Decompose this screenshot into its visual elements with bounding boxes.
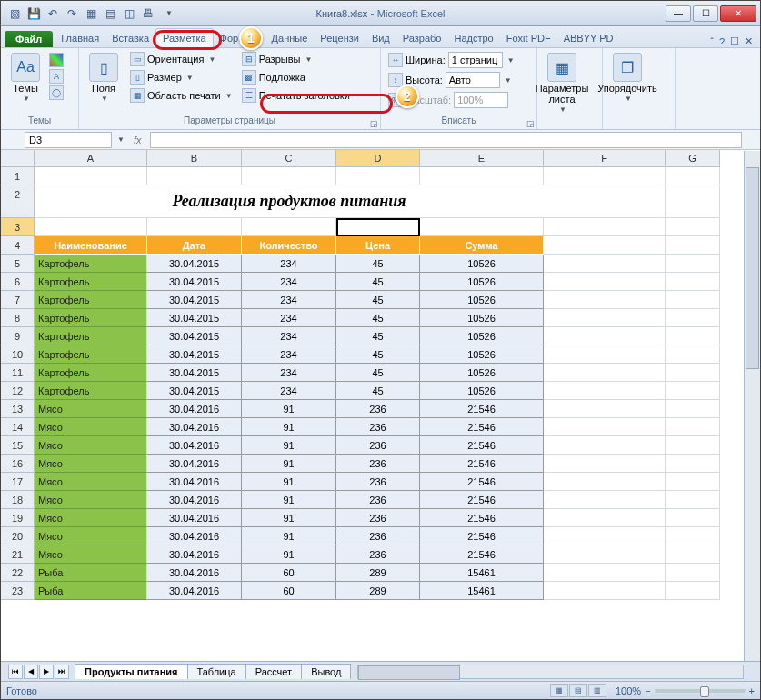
cell[interactable]: 30.04.2015: [147, 327, 242, 345]
cell[interactable]: 236: [336, 527, 420, 545]
cell[interactable]: [544, 309, 666, 327]
cell[interactable]: [666, 364, 720, 382]
row-header-13[interactable]: 13: [1, 400, 35, 418]
tab-Разметка[interactable]: Разметка: [155, 28, 214, 47]
cell[interactable]: 21546: [420, 400, 544, 418]
qat-icon[interactable]: ▤: [102, 5, 118, 22]
worksheet-grid[interactable]: ABCDEFG 12345678910111213141516171819202…: [1, 150, 760, 657]
cell[interactable]: [544, 473, 666, 491]
sheet-tab[interactable]: Вывод: [301, 664, 351, 679]
cell[interactable]: 10526: [420, 345, 544, 364]
cell[interactable]: [666, 527, 720, 545]
cell[interactable]: Картофель: [35, 364, 147, 382]
cell[interactable]: 45: [336, 309, 420, 327]
row-header-22[interactable]: 22: [1, 564, 35, 582]
cell[interactable]: Картофель: [35, 327, 147, 345]
row-header-15[interactable]: 15: [1, 436, 35, 455]
row-header-4[interactable]: 4: [1, 236, 35, 255]
qat-icon[interactable]: ◫: [121, 5, 137, 22]
cell[interactable]: 236: [336, 455, 420, 473]
print-area-button[interactable]: ▦Область печати▼: [127, 87, 235, 104]
col-header-E[interactable]: E: [420, 150, 544, 167]
sheet-tab[interactable]: Рассчет: [245, 664, 303, 679]
cell[interactable]: 45: [336, 327, 420, 345]
cell[interactable]: 10526: [420, 291, 544, 309]
tab-Главная[interactable]: Главная: [55, 29, 105, 47]
row-header-2[interactable]: 2: [1, 185, 35, 218]
cell[interactable]: 60: [242, 582, 336, 600]
cell[interactable]: 21546: [420, 455, 544, 473]
cell[interactable]: 30.04.2016: [147, 455, 242, 473]
cell[interactable]: 21546: [420, 509, 544, 527]
cell[interactable]: [666, 273, 720, 291]
cell[interactable]: 236: [336, 400, 420, 418]
cell[interactable]: [666, 545, 720, 564]
fit-launcher-icon[interactable]: ◲: [526, 119, 535, 128]
row-header-10[interactable]: 10: [1, 345, 35, 364]
row-header-23[interactable]: 23: [1, 582, 35, 600]
themes-button[interactable]: AaТемы▼: [5, 51, 45, 105]
tab-Данные[interactable]: Данные: [265, 29, 315, 47]
cell[interactable]: 21546: [420, 473, 544, 491]
row-header-14[interactable]: 14: [1, 418, 35, 436]
cell[interactable]: 236: [336, 509, 420, 527]
sheet-title[interactable]: Реализация продуктов питания: [35, 185, 544, 218]
cell[interactable]: Цена: [336, 236, 420, 255]
namebox-dropdown-icon[interactable]: ▼: [117, 135, 125, 144]
cell[interactable]: [35, 167, 147, 185]
margins-button[interactable]: ▯Поля▼: [84, 51, 124, 105]
cell[interactable]: [666, 436, 720, 455]
cell[interactable]: [544, 345, 666, 364]
cell[interactable]: 234: [242, 345, 336, 364]
cell[interactable]: [544, 545, 666, 564]
cell[interactable]: Картофель: [35, 255, 147, 273]
cell[interactable]: Мясо: [35, 527, 147, 545]
cell[interactable]: [544, 509, 666, 527]
cell[interactable]: 91: [242, 491, 336, 509]
qat-more-icon[interactable]: ▼: [161, 5, 177, 22]
orientation-button[interactable]: ▭Ориентация▼: [127, 51, 235, 67]
tab-ABBYY PD[interactable]: ABBYY PD: [557, 29, 620, 47]
cell[interactable]: Картофель: [35, 291, 147, 309]
file-tab[interactable]: Файл: [5, 31, 53, 47]
cell[interactable]: Мясо: [35, 545, 147, 564]
sheet-tab[interactable]: Продукты питания: [75, 664, 188, 679]
tab-Foxit PDF[interactable]: Foxit PDF: [500, 29, 557, 47]
cell[interactable]: Рыба: [35, 582, 147, 600]
arrange-button[interactable]: ❐Упорядочить▼: [607, 51, 647, 105]
row-header-11[interactable]: 11: [1, 364, 35, 382]
cell[interactable]: 30.04.2015: [147, 364, 242, 382]
cell[interactable]: [544, 364, 666, 382]
cell[interactable]: 21546: [420, 436, 544, 455]
cell[interactable]: [666, 400, 720, 418]
cell[interactable]: 21546: [420, 418, 544, 436]
cell[interactable]: 234: [242, 364, 336, 382]
cell[interactable]: 30.04.2015: [147, 382, 242, 400]
minimize-ribbon-icon[interactable]: ˆ: [710, 36, 714, 47]
vertical-scrollbar[interactable]: [744, 151, 760, 661]
doc-close-icon[interactable]: ✕: [745, 35, 753, 47]
row-header-20[interactable]: 20: [1, 527, 35, 545]
colors-icon[interactable]: [49, 53, 64, 67]
size-button[interactable]: ▯Размер▼: [127, 69, 235, 85]
cell[interactable]: 45: [336, 382, 420, 400]
cell[interactable]: [544, 291, 666, 309]
cell[interactable]: [666, 491, 720, 509]
page-layout-view-icon[interactable]: ▤: [569, 684, 587, 697]
cell[interactable]: [544, 436, 666, 455]
cell[interactable]: 30.04.2015: [147, 255, 242, 273]
cell[interactable]: Картофель: [35, 382, 147, 400]
cell[interactable]: [35, 218, 147, 236]
cell[interactable]: [147, 218, 242, 236]
save-icon[interactable]: 💾: [25, 5, 42, 22]
row-header-21[interactable]: 21: [1, 545, 35, 564]
qat-icon[interactable]: 🖶: [140, 5, 156, 22]
cell[interactable]: 21546: [420, 527, 544, 545]
cell[interactable]: 10526: [420, 255, 544, 273]
zoom-out-icon[interactable]: −: [645, 685, 650, 696]
cell[interactable]: [544, 218, 666, 236]
row-header-18[interactable]: 18: [1, 491, 35, 509]
cell[interactable]: 30.04.2016: [147, 527, 242, 545]
select-all-corner[interactable]: [1, 150, 35, 167]
cell[interactable]: [666, 382, 720, 400]
